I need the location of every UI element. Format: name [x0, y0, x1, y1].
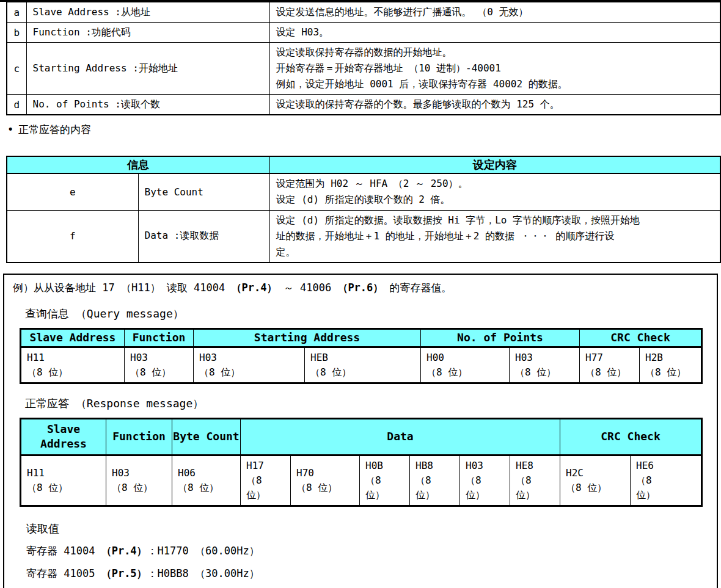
table-row: a Slave Address :从地址 设定发送信息的地址。不能够进行广播通讯…	[7, 2, 720, 23]
message-cell: H03 （8 位）	[194, 347, 305, 383]
register-value: ：H1770 （60.00Hz）	[147, 545, 260, 557]
message-cell: H03 （8 位）	[106, 455, 172, 506]
header-content: 设定内容	[269, 156, 720, 173]
table-header-row: Slave Address Function Byte Count Data C…	[21, 418, 702, 455]
row-desc: 设定 (d) 所指定的数据。读取数据按 Hi 字节，Lo 字节的顺序读取，按照开…	[269, 210, 720, 263]
message-cell: H2B （8 位）	[640, 347, 702, 383]
response-spec-table: 信息 设定内容 e Byte Count 设定范围为 H02 ～ HFA （2 …	[6, 156, 721, 263]
register-reading-line: 寄存器 41005 （Pr.5）：H0BB8 （30.00Hz）	[26, 567, 717, 582]
message-cell: H03 （8 位）	[125, 347, 194, 383]
row-desc: 设定读取的保持寄存器的个数。最多能够读取的个数为 125 个。	[269, 95, 720, 115]
row-desc: 设定范围为 H02 ～ HFA （2 ～ 250）。 设定 (d) 所指定的读取…	[269, 173, 720, 210]
response-message-label: 正常应答 （Response message）	[25, 396, 717, 411]
message-cell: H0B （8 位）	[360, 455, 410, 506]
query-message-label: 查询信息 （Query message）	[25, 307, 717, 321]
row-name: No. of Points :读取个数	[26, 95, 269, 115]
table-row: H11 （8 位） H03 （8 位） H06 （8 位） H17 （8 位） …	[21, 455, 702, 506]
bullet-icon: •	[7, 123, 18, 136]
row-id: f	[7, 210, 138, 263]
message-cell: HE6 （8 位）	[631, 455, 702, 506]
column-header-byte-count: Byte Count	[172, 418, 241, 455]
column-header-data: Data	[241, 418, 560, 455]
row-desc: 设定 H03。	[269, 23, 720, 43]
table-header-row: 信息 设定内容	[7, 156, 720, 173]
row-id: c	[7, 43, 26, 95]
row-name: Byte Count	[138, 173, 269, 210]
query-message-table: Slave Address Function Starting Address …	[20, 328, 703, 384]
message-cell: H11 （8 位）	[21, 347, 125, 383]
title-text: 的寄存器值。	[383, 281, 452, 294]
message-cell: H77 （8 位）	[580, 347, 640, 383]
column-header-crc-check: CRC Check	[560, 418, 702, 455]
message-cell: HE8 （8 位）	[510, 455, 560, 506]
register-value: ：H0BB8 （30.00Hz）	[147, 567, 260, 579]
table-row: f Data :读取数据 设定 (d) 所指定的数据。读取数据按 Hi 字节，L…	[7, 210, 720, 263]
message-cell: H11 （8 位）	[21, 455, 106, 506]
section-bullet: •正常应答的内容	[7, 123, 721, 137]
column-header-function: Function	[106, 418, 172, 455]
read-values-label: 读取值	[26, 521, 717, 537]
row-name: Starting Address :开始地址	[26, 43, 269, 95]
row-desc: 设定读取保持寄存器的数据的开始地址。 开始寄存器＝开始寄存器地址 （10 进制）…	[269, 43, 720, 95]
message-cell: H03 （8 位）	[460, 455, 510, 506]
register-reading-line: 寄存器 41004 （Pr.4）：H1770 （60.00Hz）	[26, 544, 717, 559]
message-cell: H70 （8 位）	[291, 455, 360, 506]
title-text: 例）从从设备地址 17 （H11） 读取 41004	[13, 281, 232, 294]
request-spec-table: a Slave Address :从地址 设定发送信息的地址。不能够进行广播通讯…	[6, 2, 721, 115]
message-cell: H17 （8 位）	[241, 455, 291, 506]
register-pr: （Pr.5）	[101, 567, 147, 579]
message-cell: H06 （8 位）	[172, 455, 241, 506]
column-header-starting-address: Starting Address	[194, 328, 421, 347]
message-cell: HB8 （8 位）	[410, 455, 460, 506]
row-id: b	[7, 23, 26, 43]
table-row: e Byte Count 设定范围为 H02 ～ HFA （2 ～ 250）。 …	[7, 173, 720, 210]
header-info: 信息	[7, 156, 269, 173]
register-pr: （Pr.4）	[101, 545, 147, 557]
section-bullet-label: 正常应答的内容	[18, 123, 91, 136]
table-row: H11 （8 位） H03 （8 位） H03 （8 位） HEB （8 位） …	[21, 347, 702, 383]
row-id: e	[7, 173, 138, 210]
column-header-no-of-points: No. of Points	[421, 328, 580, 347]
table-row: d No. of Points :读取个数 设定读取的保持寄存器的个数。最多能够…	[7, 95, 720, 115]
table-row: b Function :功能代码 设定 H03。	[7, 23, 720, 43]
row-name: Data :读取数据	[138, 210, 269, 263]
register-text: 寄存器 41004	[26, 545, 101, 557]
example-title: 例）从从设备地址 17 （H11） 读取 41004 （Pr.4） ～ 4100…	[13, 281, 717, 294]
column-header-slave-address: Slave Address	[21, 418, 106, 455]
message-cell: H2C （8 位）	[560, 455, 631, 506]
row-id: d	[7, 95, 26, 115]
message-cell: H03 （8 位）	[510, 347, 580, 383]
response-message-table: Slave Address Function Byte Count Data C…	[20, 418, 703, 507]
title-pr6: （Pr.6）	[337, 281, 383, 294]
table-row: c Starting Address :开始地址 设定读取保持寄存器的数据的开始…	[7, 43, 720, 95]
row-desc: 设定发送信息的地址。不能够进行广播通讯。 （0 无效）	[269, 2, 720, 23]
table-header-row: Slave Address Function Starting Address …	[21, 328, 702, 347]
column-header-function: Function	[125, 328, 194, 347]
message-cell: H00 （8 位）	[421, 347, 510, 383]
title-pr4: （Pr.4）	[232, 281, 277, 294]
row-name: Slave Address :从地址	[26, 2, 269, 23]
column-header-slave-address: Slave Address	[21, 328, 125, 347]
row-name: Function :功能代码	[26, 23, 269, 43]
row-id: a	[7, 2, 26, 23]
title-text: ～ 41006	[277, 281, 337, 294]
register-text: 寄存器 41005	[26, 567, 101, 579]
message-cell: HEB （8 位）	[305, 347, 421, 383]
column-header-crc-check: CRC Check	[580, 328, 702, 347]
example-box: 例）从从设备地址 17 （H11） 读取 41004 （Pr.4） ～ 4100…	[3, 274, 718, 588]
